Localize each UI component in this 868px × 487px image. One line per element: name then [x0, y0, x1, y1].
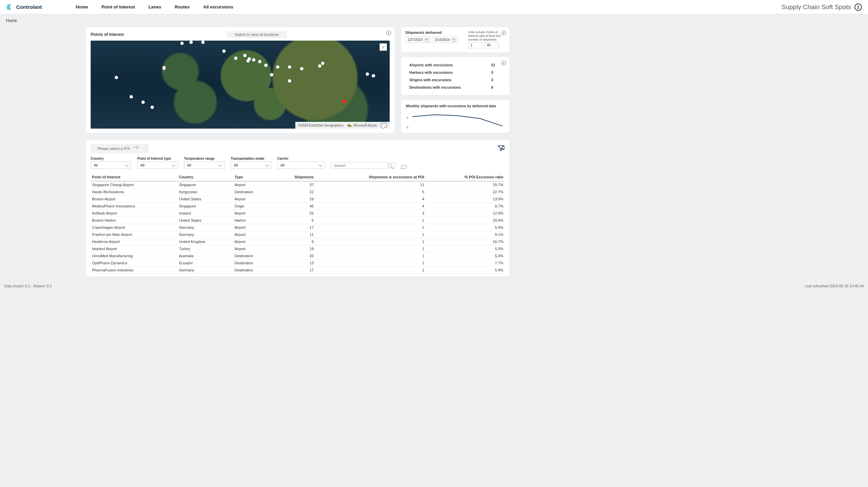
world-map[interactable]: ⤢ [91, 41, 390, 129]
map-marker[interactable] [258, 60, 261, 63]
map-marker[interactable] [222, 49, 226, 53]
search-box[interactable] [331, 162, 395, 169]
map-marker[interactable] [252, 58, 255, 62]
map-marker[interactable] [321, 62, 324, 65]
chart-card: Monthly shipments with excursions by del… [401, 100, 509, 133]
date-to-input[interactable]: 3/10/2024 [433, 37, 458, 43]
cell-ratio: 5.9% [426, 274, 505, 275]
min-shipments-input[interactable]: 1 [468, 42, 482, 48]
map-marker[interactable] [300, 67, 303, 70]
table-row[interactable]: Copenhagen AirportGermanyAirport1715.9% [91, 224, 505, 231]
switch-locations-button[interactable]: Switch to view all locations [227, 31, 287, 38]
calendar-icon [452, 38, 455, 42]
cell-poi: PureHealth SynthCo [91, 274, 178, 275]
table-row[interactable]: Healix BioSolutionsKyrgyzstanDestination… [91, 189, 505, 196]
table-row[interactable]: Keflavik AirportIcelandAirport25312.0% [91, 210, 505, 217]
map-marker[interactable] [318, 64, 321, 68]
cell-ratio: 22.7% [426, 189, 505, 196]
map-marker[interactable] [201, 41, 205, 44]
map-marker[interactable] [115, 76, 118, 79]
map-marker[interactable] [372, 74, 375, 78]
line-chart[interactable]: 5 0 [406, 110, 505, 129]
table-row[interactable]: Boston HarborUnited StatesHarbor5120.0% [91, 217, 505, 224]
cell-excursions: 4 [315, 203, 426, 210]
map-marker[interactable] [189, 41, 193, 44]
cell-excursions: 5 [315, 189, 426, 196]
cell-ratio: 8.7% [426, 203, 505, 210]
col-type[interactable]: Type [233, 173, 274, 181]
col-ratio[interactable]: % POI Excursion ratio [426, 173, 505, 181]
table-row[interactable]: Franfurt am Main AirportGermanyAirport11… [91, 231, 505, 238]
info-icon[interactable]: i [854, 3, 862, 11]
table-row[interactable]: OptiPharm DynamicsEcuadorDestination1317… [91, 260, 505, 267]
table-row[interactable]: OmniMed ManufacturingAustraliaDestinatio… [91, 252, 505, 260]
col-shipments[interactable]: Shipments [274, 173, 315, 181]
nav-home[interactable]: Home [76, 4, 88, 9]
col-excursions[interactable]: Shipments w excursions at POI [315, 173, 426, 181]
cell-excursions: 1 [315, 245, 426, 252]
map-marker[interactable] [288, 79, 291, 83]
filter-country-select[interactable]: All [91, 161, 131, 169]
breadcrumb[interactable]: Home [0, 14, 868, 27]
info-icon[interactable]: i [386, 30, 391, 35]
brand-logo: Controlant [6, 3, 42, 11]
chevron-down-icon [172, 163, 175, 167]
filter-transport-select[interactable]: All [231, 161, 271, 169]
nav-excursions[interactable]: All excursions [203, 4, 233, 9]
search-input[interactable] [334, 163, 388, 168]
map-marker[interactable] [270, 73, 273, 76]
map-marker[interactable] [248, 57, 251, 61]
map-marker[interactable] [151, 106, 154, 109]
map-attribution: ©2024 EarthStar Geographics Microsoft Az… [295, 122, 390, 129]
col-country[interactable]: Country [178, 173, 233, 181]
stat-destinations-label: Destinations with excursions [409, 85, 461, 89]
chevron-down-icon [218, 163, 222, 167]
filter-carrier-select[interactable]: All [277, 161, 325, 169]
table-row[interactable]: Istanbul AirportTurkeyAirport1915.3% [91, 245, 505, 252]
map-expand-icon[interactable]: ⤢ [380, 43, 387, 51]
table-row[interactable]: Boston AirportUnited StatesAirport29413.… [91, 196, 505, 203]
map-marker[interactable] [180, 42, 184, 45]
cell-country: Iceland [178, 210, 233, 217]
table-row[interactable]: PharmaFusion IndustriesGermanyDestinatio… [91, 267, 505, 274]
map-marker[interactable] [264, 64, 268, 67]
info-icon[interactable]: i [501, 30, 506, 35]
eraser-icon[interactable] [401, 165, 407, 169]
table-row[interactable]: PureHealth SynthCoSouth KoreaDestination… [91, 274, 505, 275]
date-from-input[interactable]: 12/7/2023 [405, 37, 431, 43]
table-row[interactable]: Singapore Changi AirportSingaporeAirport… [91, 181, 505, 189]
filter-temp-select[interactable]: All [184, 161, 225, 169]
nav-poi[interactable]: Point of Interest [101, 4, 135, 9]
map-marker-alert[interactable] [342, 99, 346, 104]
filter-carrier-label: Carrier [277, 157, 325, 160]
cell-excursions: 3 [315, 210, 426, 217]
cell-country: Singapore [178, 181, 233, 189]
map-marker[interactable] [243, 54, 247, 57]
feedback-icon[interactable] [381, 123, 387, 128]
cell-ratio: 16.7% [426, 238, 505, 245]
map-marker[interactable] [276, 65, 279, 69]
cell-type: Destination [233, 252, 274, 260]
max-shipments-input[interactable]: 46 [484, 42, 499, 48]
info-icon[interactable]: i [501, 61, 506, 65]
nav-routes[interactable]: Routes [175, 4, 189, 9]
map-marker[interactable] [130, 95, 133, 98]
table-row[interactable]: Heathrow AirportUnited KingdomAirport611… [91, 238, 505, 245]
filter-reset-icon[interactable] [497, 145, 505, 153]
map-marker[interactable] [141, 101, 145, 104]
cell-poi: Healix BioSolutions [91, 189, 178, 196]
footer-right: Last refreshed 2024-05-16 14:45:44 [804, 284, 864, 288]
map-marker[interactable] [234, 57, 237, 60]
map-marker[interactable] [288, 65, 291, 69]
map-marker[interactable] [366, 72, 369, 76]
poi-select-button[interactable]: Please select a POI [91, 144, 149, 153]
poi-table: Point of Interest Country Type Shipments… [91, 173, 505, 274]
cell-excursions: 1 [315, 224, 426, 231]
nav-lanes[interactable]: Lanes [149, 4, 161, 9]
cell-shipments: 25 [274, 210, 315, 217]
col-poi[interactable]: Point of Interest [91, 173, 178, 181]
table-row[interactable]: MedicaPharm InnovationsSingaporeOrigin46… [91, 203, 505, 210]
main-nav: Home Point of Interest Lanes Routes All … [76, 4, 233, 9]
filter-poitype-select[interactable]: All [137, 161, 178, 169]
cell-poi: Boston Harbor [91, 217, 178, 224]
